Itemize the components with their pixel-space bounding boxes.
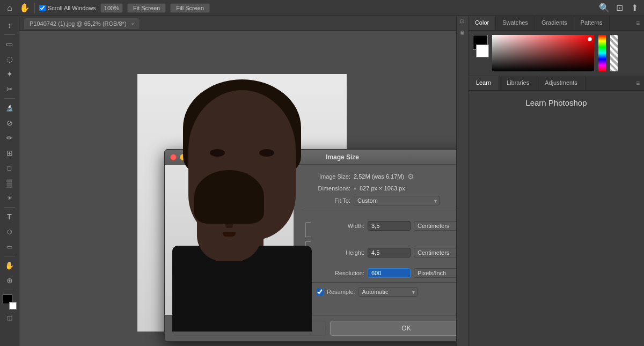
- layout-icon[interactable]: ⊡: [614, 3, 625, 13]
- eraser-tool[interactable]: ◻: [3, 161, 17, 175]
- shape-tool[interactable]: ▭: [3, 240, 17, 254]
- dimensions-chevron[interactable]: ▾: [354, 186, 356, 192]
- resample-unit-wrapper: Automatic Preserve Details Bicubic: [358, 287, 418, 297]
- marquee-tool[interactable]: ▭: [3, 37, 17, 51]
- scroll-all-windows-checkbox[interactable]: [39, 5, 46, 11]
- fg-bg-swatches: [473, 35, 488, 64]
- fit-to-select-wrapper: Custom Original Size US Letter A4: [354, 196, 440, 205]
- image-size-value: 2,52M (was 6,17M): [354, 173, 404, 180]
- scroll-all-windows-label[interactable]: Scroll All Windows: [39, 5, 96, 11]
- spot-heal-tool[interactable]: ⊘: [3, 116, 17, 130]
- quick-mask-tool[interactable]: ◫: [3, 311, 17, 325]
- ok-button[interactable]: OK: [330, 321, 456, 336]
- height-unit-select[interactable]: Centimeters Pixels Inches Millimeters: [414, 248, 456, 257]
- tab-patterns[interactable]: Patterns: [574, 16, 610, 30]
- tab-bar: P1040742 (1).jpg @ 65,2% (RGB/8*) ×: [19, 16, 456, 31]
- lasso-tool[interactable]: ◌: [3, 52, 17, 66]
- color-picker-area: [469, 31, 644, 76]
- resolution-input[interactable]: [368, 268, 411, 278]
- hand-tool[interactable]: ✋: [3, 259, 17, 273]
- color-panel-menu[interactable]: ≡: [632, 16, 644, 30]
- learn-title: Learn Photoshop: [469, 91, 644, 115]
- dimensions-value: 827 px × 1063 px: [360, 185, 405, 192]
- top-toolbar: ⌂ ✋ Scroll All Windows 100% Fit Screen F…: [0, 0, 644, 16]
- document-tab[interactable]: P1040742 (1).jpg @ 65,2% (RGB/8*) ×: [24, 18, 140, 29]
- edge-icon-2[interactable]: ◉: [460, 30, 465, 35]
- left-toolbar: ↕ ▭ ◌ ✦ ✂ 🔬 ⊘ ✏ ⊞ ◻ ▒ ☀ T ⬡ ▭ ✋ ⊕ ◫: [0, 16, 19, 346]
- hand-tool-icon[interactable]: ✋: [19, 3, 30, 13]
- dodge-tool[interactable]: ☀: [3, 191, 17, 205]
- canvas-area: P1040742 (1).jpg @ 65,2% (RGB/8*) ×: [19, 16, 456, 346]
- path-select-tool[interactable]: ⬡: [3, 225, 17, 239]
- color-gradient[interactable]: [492, 35, 594, 71]
- fit-to-select[interactable]: Custom Original Size US Letter A4: [354, 196, 440, 205]
- main-layout: ↕ ▭ ◌ ✦ ✂ 🔬 ⊘ ✏ ⊞ ◻ ▒ ☀ T ⬡ ▭ ✋ ⊕ ◫ P104…: [0, 16, 644, 346]
- edge-icon-1[interactable]: ⊡: [460, 18, 464, 24]
- alpha-strip[interactable]: [610, 35, 618, 71]
- width-input[interactable]: [368, 221, 411, 231]
- width-unit-select[interactable]: Centimeters Pixels Inches Millimeters: [414, 221, 456, 231]
- color-panel-tabs: Color Swatches Gradients Patterns ≡: [469, 16, 644, 31]
- height-input[interactable]: [368, 248, 411, 257]
- fill-screen-button[interactable]: Fill Screen: [170, 3, 210, 13]
- home-icon[interactable]: ⌂: [4, 3, 15, 13]
- width-unit-wrapper: Centimeters Pixels Inches Millimeters: [414, 221, 456, 231]
- tab-close-button[interactable]: ×: [131, 21, 134, 27]
- gear-button[interactable]: ⚙: [407, 172, 414, 181]
- share-icon[interactable]: ⬆: [629, 3, 640, 13]
- background-color[interactable]: [9, 302, 17, 310]
- right-panel: Color Swatches Gradients Patterns ≡: [468, 16, 644, 346]
- tab-adjustments[interactable]: Adjustments: [537, 76, 586, 90]
- resolution-unit-wrapper: Pixels/Inch Pixels/Centimeter: [414, 268, 456, 278]
- type-tool[interactable]: T: [3, 210, 17, 224]
- move-tool[interactable]: ↕: [3, 18, 17, 32]
- eyedropper-tool[interactable]: 🔬: [3, 101, 17, 115]
- color-panel: Color Swatches Gradients Patterns ≡: [469, 16, 644, 76]
- height-unit-wrapper: Centimeters Pixels Inches Millimeters: [414, 248, 456, 257]
- right-section: ⊡ ◉ Color Swatches Gradients Patterns ≡: [456, 16, 644, 346]
- tab-color[interactable]: Color: [469, 16, 496, 30]
- gradient-tool[interactable]: ▒: [3, 176, 17, 190]
- brush-tool[interactable]: ✏: [3, 131, 17, 145]
- tab-swatches[interactable]: Swatches: [496, 16, 535, 30]
- fit-screen-button[interactable]: Fit Screen: [127, 3, 166, 13]
- canvas-bg[interactable]: Image Size: [19, 31, 456, 346]
- right-panel-area: ⊡ ◉ Color Swatches Gradients Patterns ≡: [456, 16, 644, 346]
- learn-panel-menu[interactable]: ≡: [632, 76, 644, 90]
- preview-hair: [194, 170, 264, 224]
- bg-color-swatch[interactable]: [476, 45, 489, 57]
- edge-strip: ⊡ ◉: [456, 16, 468, 346]
- crop-tool[interactable]: ✂: [3, 82, 17, 96]
- color-swatches: [3, 295, 17, 310]
- hue-strip[interactable]: [598, 35, 606, 71]
- quick-select-tool[interactable]: ✦: [3, 67, 17, 81]
- tab-learn[interactable]: Learn: [469, 76, 499, 90]
- preview-body: [181, 261, 277, 315]
- search-icon[interactable]: 🔍: [599, 3, 610, 13]
- resolution-unit-select[interactable]: Pixels/Inch Pixels/Centimeter: [414, 268, 456, 278]
- zoom-level: 100%: [100, 3, 123, 13]
- zoom-tool[interactable]: ⊕: [3, 274, 17, 288]
- learn-panel-tabs: Learn Libraries Adjustments ≡: [469, 76, 644, 91]
- tab-libraries[interactable]: Libraries: [499, 76, 537, 90]
- clone-tool[interactable]: ⊞: [3, 146, 17, 160]
- tab-gradients[interactable]: Gradients: [535, 16, 574, 30]
- learn-panel: Learn Libraries Adjustments ≡ Learn Phot…: [469, 76, 644, 346]
- resample-select[interactable]: Automatic Preserve Details Bicubic: [358, 287, 418, 297]
